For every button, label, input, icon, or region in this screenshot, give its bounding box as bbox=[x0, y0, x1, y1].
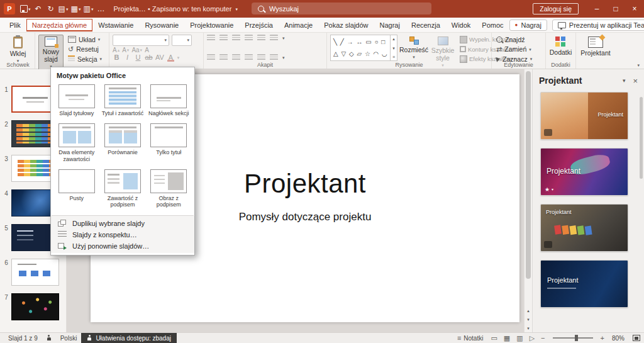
addins-button[interactable]: Dodatki bbox=[548, 35, 574, 58]
layout-option-picture-caption[interactable]: Obraz z podpisem bbox=[147, 167, 191, 210]
collapse-ribbon-icon[interactable]: ▾ bbox=[637, 63, 640, 67]
zoom-out-button[interactable]: − bbox=[538, 334, 548, 342]
arrange-button[interactable]: Rozmieść ▾ bbox=[401, 35, 427, 61]
maximize-button[interactable]: □ bbox=[606, 0, 625, 18]
bold-button[interactable]: B bbox=[113, 53, 121, 61]
language-indicator[interactable]: Polski bbox=[56, 335, 82, 342]
slide-thumbnail-6[interactable]: 6 bbox=[1, 259, 66, 286]
font-name-select[interactable]: ▾ bbox=[113, 35, 169, 46]
present-in-teams-button[interactable]: Prezentuj w aplikacji Teams bbox=[552, 20, 644, 31]
layout-option-title-only[interactable]: Tylko tytuł bbox=[147, 121, 191, 164]
reset-button[interactable]: ↺Resetuj bbox=[67, 45, 103, 54]
record-button[interactable]: ● Nagraj bbox=[509, 20, 547, 31]
character-spacing-button[interactable]: AV bbox=[155, 53, 164, 61]
layout-option-two-content[interactable]: Dwa elementy zawartości bbox=[54, 121, 99, 164]
powerpoint-logo-icon[interactable]: P bbox=[4, 3, 15, 14]
layout-option-content-caption[interactable]: Zawartość z podpisem bbox=[100, 167, 145, 210]
tab-pokaz-slajdow[interactable]: Pokaz slajdów bbox=[318, 19, 374, 31]
customize-toolbar-button[interactable]: … bbox=[96, 1, 106, 16]
menu-item-reuse-slides[interactable]: Użyj ponownie slajdów… bbox=[51, 240, 194, 252]
save-button[interactable]: ▾ bbox=[20, 1, 31, 16]
zoom-slider-knob[interactable] bbox=[575, 335, 578, 341]
tab-recenzja[interactable]: Recenzja bbox=[406, 19, 446, 31]
minimize-button[interactable]: – bbox=[587, 0, 606, 18]
previous-slide-icon[interactable]: ▴ bbox=[527, 308, 530, 313]
section-button[interactable]: Sekcja▾ bbox=[67, 54, 103, 64]
smartart-convert-icon[interactable] bbox=[270, 54, 278, 61]
gallery-down-icon[interactable]: ▾ bbox=[392, 46, 395, 50]
designer-button[interactable]: Projektant bbox=[579, 35, 612, 59]
tab-przejscia[interactable]: Przejścia bbox=[239, 19, 279, 31]
italic-button[interactable]: I bbox=[123, 53, 131, 61]
design-suggestion-2[interactable]: Projektant ★▾ bbox=[540, 148, 628, 196]
new-slide-button[interactable]: Nowy slajd ▾ bbox=[38, 35, 64, 70]
zoom-in-button[interactable]: + bbox=[597, 334, 608, 342]
layout-option-section-header[interactable]: Nagłówek sekcji bbox=[147, 82, 191, 118]
menu-item-slides-from-outline[interactable]: Slajdy z konspektu… bbox=[51, 229, 194, 240]
bullets-icon[interactable] bbox=[207, 35, 215, 42]
line-spacing-icon[interactable] bbox=[257, 35, 265, 42]
notes-toggle[interactable]: ≡Notatki bbox=[453, 334, 488, 342]
designer-collapse-icon[interactable]: ▾ bbox=[623, 78, 626, 84]
design-suggestion-1[interactable]: Projektant bbox=[540, 92, 628, 140]
chevron-down-icon[interactable]: ▾ bbox=[235, 7, 238, 11]
scroll-down-icon[interactable]: ▾ bbox=[527, 326, 530, 330]
next-slide-icon[interactable]: ▾ bbox=[527, 317, 530, 322]
layout-button[interactable]: Układ▾ bbox=[67, 35, 103, 44]
designer-close-icon[interactable]: × bbox=[633, 77, 638, 85]
tab-wstawianie[interactable]: Wstawianie bbox=[92, 19, 139, 31]
tab-pomoc[interactable]: Pomoc bbox=[476, 19, 509, 31]
change-case-button[interactable]: Aa▾ bbox=[131, 47, 142, 53]
layout-option-blank[interactable]: Pusty bbox=[54, 167, 99, 210]
layout-option-comparison[interactable]: Porównanie bbox=[100, 121, 145, 164]
close-button[interactable]: × bbox=[625, 0, 644, 18]
undo-button[interactable]: ↶ bbox=[33, 1, 43, 16]
gallery-more-icon[interactable]: ≡ bbox=[392, 55, 395, 59]
align-left-icon[interactable] bbox=[207, 54, 215, 61]
paste-button[interactable]: Wklej ▾ bbox=[8, 35, 28, 65]
normal-view-button[interactable]: ▭ bbox=[487, 334, 500, 342]
accessibility-person-icon[interactable] bbox=[42, 335, 56, 341]
columns-icon[interactable] bbox=[257, 54, 265, 61]
align-center-icon[interactable] bbox=[219, 54, 228, 61]
grow-font-button[interactable]: A▴ bbox=[113, 47, 119, 53]
layout-option-title-slide[interactable]: Slajd tytułowy bbox=[54, 82, 99, 118]
slide-sorter-view-button[interactable]: ▦ bbox=[501, 334, 513, 342]
indent-increase-icon[interactable] bbox=[245, 35, 253, 42]
fit-to-window-button[interactable] bbox=[633, 335, 640, 341]
document-title[interactable]: Projekta… • Zapisano w: ten komputer bbox=[114, 5, 232, 13]
sign-in-button[interactable]: Zaloguj się bbox=[533, 3, 579, 14]
reading-view-button[interactable]: ▥ bbox=[513, 334, 526, 342]
find-button[interactable]: Znajdź bbox=[495, 35, 533, 44]
slideshow-button[interactable]: ▷ bbox=[526, 334, 538, 342]
indent-decrease-icon[interactable] bbox=[232, 35, 240, 42]
redo-button[interactable]: ↻ bbox=[46, 1, 56, 16]
zoom-level[interactable]: 80% bbox=[608, 335, 629, 342]
search-box[interactable]: Wyszukaj bbox=[252, 3, 431, 14]
tab-animacje[interactable]: Animacje bbox=[279, 19, 318, 31]
tab-narzedzia-glowne[interactable]: Narzędzia główne bbox=[26, 19, 92, 31]
tab-nagraj[interactable]: Nagraj bbox=[374, 19, 406, 31]
accessibility-check-badge[interactable]: Ułatwienia dostępu: zbadaj bbox=[81, 333, 177, 343]
tab-projektowanie[interactable]: Projektowanie bbox=[184, 19, 239, 31]
gallery-up-icon[interactable]: ▴ bbox=[392, 37, 395, 41]
menu-item-duplicate-slides[interactable]: Duplikuj wybrane slajdy bbox=[51, 218, 194, 229]
tab-rysowanie[interactable]: Rysowanie bbox=[139, 19, 184, 31]
replace-button[interactable]: ⇄Zamień▾ bbox=[495, 45, 533, 54]
font-size-select[interactable]: ▾ bbox=[172, 35, 192, 46]
quick-access-2-button[interactable]: ▦▾ bbox=[71, 1, 81, 16]
design-suggestion-4[interactable]: Projektant bbox=[540, 260, 628, 308]
quick-access-3-button[interactable]: ▥▾ bbox=[84, 1, 94, 16]
clear-formatting-button[interactable]: A bbox=[145, 47, 149, 53]
text-direction-icon[interactable] bbox=[270, 35, 278, 42]
align-right-icon[interactable] bbox=[232, 54, 240, 61]
strikethrough-button[interactable]: ab bbox=[145, 53, 153, 61]
underline-button[interactable]: U bbox=[134, 53, 142, 61]
shrink-font-button[interactable]: A▾ bbox=[122, 47, 129, 53]
shapes-gallery[interactable]: ╲ ╱ → ↔ ▭ ○ □ △ ▽ ◇ ▱ ☆ ◠ ◡ ▴ ▾ ≡ bbox=[330, 35, 397, 61]
tab-widok[interactable]: Widok bbox=[446, 19, 477, 31]
numbering-icon[interactable] bbox=[219, 35, 228, 42]
layout-option-title-content[interactable]: Tytuł i zawartość bbox=[100, 82, 145, 118]
font-color-button[interactable]: A bbox=[167, 53, 175, 61]
quick-access-1-button[interactable]: ▤▾ bbox=[58, 1, 69, 16]
